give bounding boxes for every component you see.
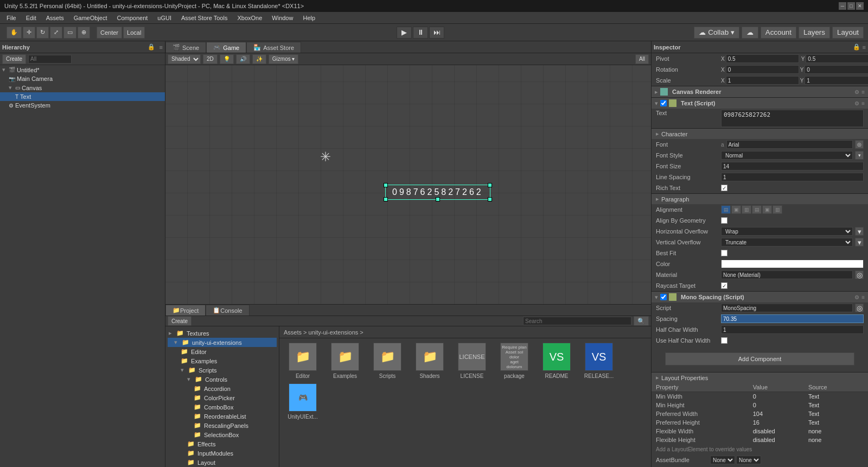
project-create-btn[interactable]: Create <box>168 316 192 326</box>
file-editor[interactable]: 📁 Editor <box>284 343 322 379</box>
folder-accordion[interactable]: 📁 Accordion <box>168 384 277 393</box>
hierarchy-search[interactable] <box>28 55 72 64</box>
folder-layout[interactable]: 📁 Layout <box>168 458 277 467</box>
minimize-btn[interactable]: ─ <box>839 2 846 10</box>
project-search[interactable] <box>523 317 631 325</box>
file-readme[interactable]: VS README <box>538 343 576 379</box>
light-btn[interactable]: 💡 <box>220 54 234 64</box>
center-btn[interactable]: Center <box>97 27 122 39</box>
folder-inputmodules[interactable]: 📁 InputModules <box>168 449 277 458</box>
font-size-input[interactable] <box>721 162 864 171</box>
material-input[interactable] <box>721 270 853 279</box>
text-script-menu-icon[interactable]: ≡ <box>861 100 865 106</box>
handle-tl[interactable] <box>384 183 388 187</box>
file-package[interactable]: Require planAsset sol doloraget dolorum … <box>495 343 533 379</box>
vertical-overflow-expand-btn[interactable]: ▾ <box>855 238 864 247</box>
rotate-tool[interactable]: ↻ <box>36 27 49 39</box>
folder-unity-ui-extensions[interactable]: ▾ 📁 unity-ui-extensions <box>168 338 277 347</box>
play-btn[interactable]: ▶ <box>397 27 412 39</box>
pause-btn[interactable]: ⏸ <box>413 27 428 39</box>
align-topleft-btn[interactable]: ▤ <box>721 205 731 214</box>
font-style-expand-btn[interactable]: ▾ <box>855 151 864 160</box>
maximize-btn[interactable]: □ <box>847 2 855 10</box>
script-input[interactable] <box>721 304 853 312</box>
folder-selectionbox[interactable]: 📁 SelectionBox <box>168 430 277 439</box>
file-scripts[interactable]: 📁 Scripts <box>368 343 406 379</box>
folder-effects[interactable]: 📁 Effects <box>168 439 277 449</box>
scale-y-input[interactable] <box>805 76 868 85</box>
menu-help[interactable]: Help <box>298 14 320 22</box>
rotation-y-input[interactable] <box>805 65 868 74</box>
pivot-y-input[interactable] <box>806 54 868 63</box>
align-middleright-btn[interactable]: ▥ <box>773 205 782 214</box>
align-topcenter-btn[interactable]: ▣ <box>731 205 741 214</box>
handle-tr[interactable] <box>488 183 492 187</box>
text-object[interactable]: 0987625827262 <box>385 185 490 200</box>
all-tag-btn[interactable]: All <box>635 54 649 64</box>
add-component-btn[interactable]: Add Component <box>665 352 854 365</box>
material-select-btn[interactable]: ◎ <box>855 270 864 279</box>
scale-x-input[interactable] <box>726 76 799 85</box>
hierarchy-menu[interactable]: ≡ <box>159 44 163 51</box>
menu-xboxone[interactable]: XboxOne <box>233 14 266 22</box>
layers-btn[interactable]: Layers <box>799 27 830 39</box>
file-examples[interactable]: 📁 Examples <box>326 343 364 379</box>
pivot-x-input[interactable] <box>726 54 799 63</box>
handle-br[interactable] <box>488 197 492 201</box>
rect-tool[interactable]: ▭ <box>63 27 76 39</box>
raycast-target-checkbox[interactable] <box>721 282 727 289</box>
canvas-renderer-settings-icon[interactable]: ⚙ <box>854 89 859 95</box>
menu-edit[interactable]: Edit <box>22 14 41 22</box>
folder-rescalingpanels[interactable]: 📁 RescalingPanels <box>168 421 277 430</box>
inspector-lock-btn[interactable]: 🔒 <box>853 43 860 51</box>
line-spacing-input[interactable] <box>721 173 864 181</box>
gizmos-btn[interactable]: Gizmos ▾ <box>269 54 299 64</box>
file-license[interactable]: LICENSE LICENSE <box>453 343 491 379</box>
shading-mode-select[interactable]: Shaded <box>168 54 201 64</box>
font-style-select[interactable]: Normal Bold Italic <box>721 151 853 160</box>
tree-item-eventsystem[interactable]: ⚙ EventSystem <box>0 101 165 110</box>
scene-view[interactable]: ✳ 0987625827262 <box>165 65 651 304</box>
handle-bm[interactable] <box>436 197 440 201</box>
menu-component[interactable]: Component <box>112 14 152 22</box>
canvas-renderer-menu-icon[interactable]: ≡ <box>861 89 865 95</box>
folder-combobox[interactable]: 📁 ComboBox <box>168 402 277 412</box>
spacing-input[interactable] <box>721 314 864 323</box>
align-topright-btn[interactable]: ▥ <box>742 205 751 214</box>
color-swatch[interactable] <box>721 260 864 268</box>
horizontal-overflow-select[interactable]: Wrap Overflow <box>721 227 853 236</box>
menu-ugui[interactable]: uGUI <box>153 14 176 22</box>
hand-tool[interactable]: ✋ <box>7 27 22 39</box>
tab-scene[interactable]: 🎬 Scene <box>165 42 206 53</box>
file-shaders[interactable]: 📁 Shaders <box>411 343 449 379</box>
folder-editor[interactable]: 📁 Editor <box>168 347 277 356</box>
rich-text-checkbox[interactable] <box>721 185 727 191</box>
inspector-menu-btn[interactable]: ≡ <box>863 44 866 51</box>
menu-assets[interactable]: Assets <box>42 14 68 22</box>
assetbundle-select[interactable]: None <box>710 456 735 464</box>
menu-gameobject[interactable]: GameObject <box>69 14 112 22</box>
hierarchy-lock[interactable]: 🔒 <box>148 43 155 51</box>
use-half-char-width-checkbox[interactable] <box>721 337 727 344</box>
align-middlecenter-btn[interactable]: ▣ <box>762 205 772 214</box>
cloud-btn[interactable]: ☁ <box>742 27 758 39</box>
text-value-input[interactable]: 0987625827262 <box>721 110 864 127</box>
text-script-settings-icon[interactable]: ⚙ <box>854 100 859 106</box>
text-script-enabled-checkbox[interactable] <box>660 100 667 106</box>
search-btn[interactable]: 🔍 <box>634 316 649 326</box>
mono-spacing-settings-icon[interactable]: ⚙ <box>854 294 859 300</box>
hierarchy-create-btn[interactable]: Create <box>2 54 26 64</box>
file-unityuiext[interactable]: 🎮 UnityUIExt... <box>284 383 322 420</box>
account-btn[interactable]: Account <box>761 27 796 39</box>
mono-spacing-enabled-checkbox[interactable] <box>660 294 667 300</box>
menu-file[interactable]: File <box>2 14 21 22</box>
font-select-btn[interactable]: ◎ <box>855 140 864 149</box>
folder-colorpicker[interactable]: 📁 ColorPicker <box>168 393 277 402</box>
tree-item-untitled[interactable]: ▾ 🎬 Untitled* <box>0 65 165 74</box>
tab-console[interactable]: 📋 Console <box>206 305 249 315</box>
assetbundle-tag-select[interactable]: None <box>736 456 761 464</box>
handle-bl[interactable] <box>384 197 388 201</box>
folder-reorderablelist[interactable]: 📁 ReorderableList <box>168 412 277 421</box>
folder-textures[interactable]: ▸ 📁 Textures <box>168 329 277 338</box>
tree-item-text[interactable]: T Text <box>0 92 165 101</box>
